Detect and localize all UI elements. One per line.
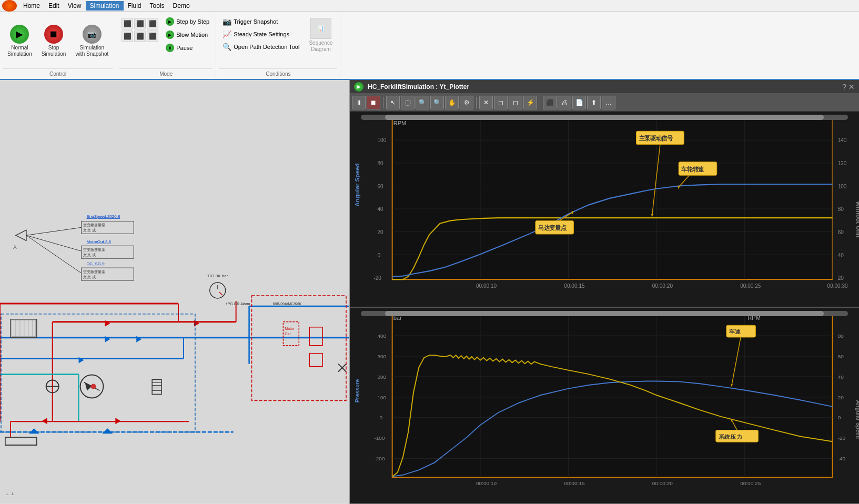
plotter-upload-btn[interactable]: ⬆ — [587, 96, 601, 109]
sequence-diagram-button[interactable]: 📊 SequenceDiagram — [305, 16, 337, 55]
svg-text:40: 40 — [377, 206, 383, 212]
svg-text:120: 120 — [838, 160, 847, 166]
plotter-cursor-btn[interactable]: ↖ — [386, 96, 400, 109]
toolbar-divider-3 — [540, 97, 540, 108]
svg-text:20: 20 — [377, 229, 383, 235]
plotter-close-icon[interactable]: ✕ — [848, 83, 855, 91]
svg-text:系统压力: 系统压力 — [719, 434, 742, 440]
plotter-zoom-out-btn[interactable]: 🔍 — [430, 96, 444, 109]
menu-edit[interactable]: Edit — [44, 1, 64, 11]
svg-text:主泵驱动信号: 主泵驱动信号 — [639, 135, 673, 142]
plotter-help-icon[interactable]: ? — [842, 83, 846, 91]
plotter-copy-btn[interactable]: ⬛ — [543, 96, 557, 109]
mode-icon-5[interactable]: ⬛ — [134, 31, 146, 42]
svg-text:DC_SG.9: DC_SG.9 — [87, 261, 105, 266]
menu-simulation[interactable]: Simulation — [86, 1, 124, 11]
trigger-snapshot-button[interactable]: 📷 Trigger Snapshot — [219, 16, 302, 27]
svg-text:-20: -20 — [373, 275, 381, 281]
svg-text:文 文 成: 文 文 成 — [83, 253, 96, 257]
ribbon-conditions-group: 📷 Trigger Snapshot 📈 Steady State Settin… — [216, 12, 340, 79]
stop-simulation-button[interactable]: ⏹ StopSimulation — [37, 23, 70, 59]
svg-text:20: 20 — [838, 275, 844, 281]
top-chart-svg: 160 140 120 100 80 60 40 20 120 100 80 6… — [350, 112, 859, 296]
steady-state-button[interactable]: 📈 Steady State Settings — [219, 28, 302, 40]
slow-motion-label: Slow Motion — [176, 32, 208, 38]
svg-text:车轮转速: 车轮转速 — [681, 166, 704, 173]
menu-bar: Home Edit View Simulation Fluid Tools De… — [0, 0, 859, 12]
pause-label: Pause — [176, 45, 193, 51]
plotter-zoom-in-btn[interactable]: 🔍 — [416, 96, 429, 109]
mode-icon-6[interactable]: ⬛ — [147, 31, 158, 42]
plotter-title: HC_ForkliftSimulation : Yt_Plotter — [368, 83, 469, 90]
plotter-layout-btn[interactable]: ◻ — [509, 96, 522, 109]
menu-fluid[interactable]: Fluid — [124, 1, 146, 11]
svg-text:0: 0 — [838, 415, 841, 421]
plotter-toolbar: ⏸ ⏹ ↖ ⬚ 🔍 🔍 ✋ ⚙ ✕ ◻ ◻ ⚡ ⬛ 🖨 📄 ⬆ … — [350, 94, 859, 112]
svg-point-45 — [90, 384, 96, 389]
plotter-more-btn[interactable]: … — [602, 96, 615, 109]
pause-icon: ⏸ — [166, 44, 174, 52]
sequence-diagram-label: SequenceDiagram — [309, 40, 332, 53]
plotter-print-btn[interactable]: 🖨 — [558, 96, 571, 109]
slow-motion-icon: ▶ — [166, 31, 174, 39]
bottom-chart-svg: 500 400 300 200 100 0 -100 -200 100 80 6… — [350, 308, 859, 492]
svg-text:Pressure: Pressure — [354, 379, 360, 403]
top-chart-pane: 160 140 120 100 80 60 40 20 120 100 80 6… — [350, 112, 859, 308]
mode-icon-1[interactable]: ⬛ — [122, 18, 133, 29]
svg-text:40: 40 — [838, 374, 844, 380]
step-by-step-label: Step by Step — [176, 18, 209, 25]
mode-icon-4[interactable]: ⬛ — [122, 31, 133, 42]
ribbon-mode-group: ⬛ ⬛ ⬛ ⬛ ⬛ ⬛ ▶ Step by Step ▶ Slow Motion… — [116, 12, 216, 79]
plotter-select-btn[interactable]: ⬚ — [401, 96, 415, 109]
plotter-legend-btn[interactable]: ◻ — [494, 96, 508, 109]
scrollbar-track-top[interactable] — [361, 115, 848, 120]
diagram-area[interactable]: EngSpeed.2020.8 空变频变量泵 文 文 成 MotorOut.3.… — [0, 80, 349, 504]
mode-icon-2[interactable]: ⬛ — [134, 18, 146, 29]
scrollbar-track-bottom[interactable] — [361, 311, 848, 316]
plotter-pan-btn[interactable]: ✋ — [445, 96, 459, 109]
ribbon: ▶ NormalSimulation ⏹ StopSimulation 📷 Si… — [0, 12, 859, 80]
top-chart-inner: 160 140 120 100 80 60 40 20 120 100 80 6… — [350, 112, 859, 296]
normal-simulation-label: NormalSimulation — [7, 45, 32, 57]
open-path-button[interactable]: 🔍 Open Path Detection Tool — [219, 41, 302, 53]
svg-text:200: 200 — [377, 374, 386, 380]
mode-icon-3[interactable]: ⬛ — [147, 18, 158, 29]
bottom-chart-pane: 500 400 300 200 100 0 -100 -200 100 80 6… — [350, 308, 859, 504]
svg-text:00:00:10: 00:00:10 — [476, 480, 497, 486]
svg-text:空变频变量泵: 空变频变量泵 — [83, 270, 105, 274]
plotter-fit-btn[interactable]: ⚙ — [460, 96, 473, 109]
menu-home[interactable]: Home — [19, 1, 44, 11]
svg-text:60: 60 — [838, 229, 844, 235]
plotter-status-icon: ▶ — [354, 82, 363, 92]
main-layout: EngSpeed.2020.8 空变频变量泵 文 文 成 MotorOut.3.… — [0, 80, 859, 504]
plotter-signal-btn[interactable]: ⚡ — [523, 96, 537, 109]
pause-button[interactable]: ⏸ Pause — [163, 42, 213, 54]
svg-text:空变频变量泵: 空变频变量泵 — [83, 248, 105, 252]
svg-text:140: 140 — [838, 137, 847, 143]
svg-text:0: 0 — [379, 415, 382, 421]
stop-simulation-label: StopSimulation — [42, 45, 66, 57]
menu-view[interactable]: View — [64, 1, 86, 11]
slow-motion-button[interactable]: ▶ Slow Motion — [163, 29, 213, 41]
mode-icon-grid: ⬛ ⬛ ⬛ ⬛ ⬛ ⬛ — [119, 16, 160, 44]
step-by-step-button[interactable]: ▶ Step by Step — [163, 16, 213, 27]
snapshot-simulation-button[interactable]: 📷 Simulationwith Snapshot — [71, 23, 113, 59]
plotter-stop-btn[interactable]: ⏹ — [367, 96, 380, 109]
right-panel: ▶ HC_ForkliftSimulation : Yt_Plotter ? ✕… — [350, 80, 859, 504]
svg-text:-40: -40 — [838, 456, 846, 462]
trigger-label: Trigger Snapshot — [234, 18, 278, 25]
svg-text:T07.9K bar: T07.9K bar — [207, 274, 228, 278]
svg-text:400: 400 — [377, 333, 386, 339]
svg-text:+PG.GR.Alarm: +PG.GR.Alarm — [226, 302, 250, 306]
svg-text:文 文 成: 文 文 成 — [83, 228, 96, 232]
stop-simulation-icon: ⏹ — [44, 25, 63, 44]
normal-simulation-button[interactable]: ▶ NormalSimulation — [3, 23, 36, 59]
svg-text:RPM: RPM — [393, 119, 407, 126]
plotter-pause-btn[interactable]: ⏸ — [352, 96, 366, 109]
svg-text:马达变量点: 马达变量点 — [538, 225, 567, 231]
plotter-export-btn[interactable]: 📄 — [572, 96, 586, 109]
plotter-crosshair-btn[interactable]: ✕ — [479, 96, 493, 109]
menu-tools[interactable]: Tools — [146, 1, 169, 11]
menu-demo[interactable]: Demo — [169, 1, 194, 11]
control-buttons-row: ▶ NormalSimulation ⏹ StopSimulation 📷 Si… — [3, 14, 113, 68]
